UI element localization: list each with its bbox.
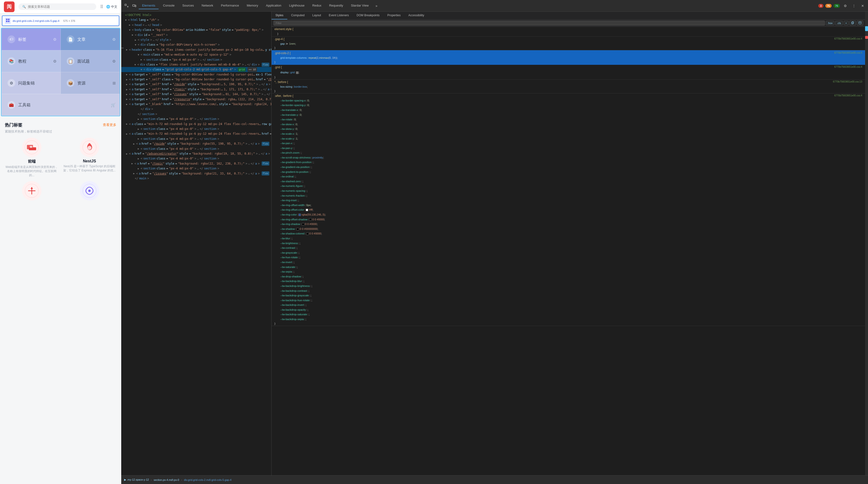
tab-styles[interactable]: Styles: [272, 12, 287, 20]
color-swatch-black2[interactable]: [302, 223, 304, 226]
settings-icon[interactable]: ⚙: [842, 2, 848, 9]
nav-item-article[interactable]: 📄 文章 ⚙: [61, 28, 120, 50]
css-grid-source[interactable]: 6770b75603651e00.css:4: [834, 65, 862, 69]
html-line-a-blog-min[interactable]: ▶ <a class="min-h-72 md:rounded-lg px-6 …: [121, 131, 271, 136]
color-swatch-black4[interactable]: [306, 232, 309, 235]
nav-item-resources[interactable]: 📦 资源 ⊞: [61, 72, 120, 94]
tab-network[interactable]: Network: [198, 2, 217, 9]
lang-button[interactable]: 🌐 中文: [106, 5, 117, 9]
html-line-a-creator[interactable]: ▶ <a href="/advanced/creator" style="bac…: [121, 151, 271, 156]
tab-requestly[interactable]: Requestly: [326, 2, 346, 9]
search-input[interactable]: [28, 5, 92, 8]
tab-dom-breakpoints[interactable]: DOM Breakpoints: [353, 12, 383, 20]
html-line-grid-selected[interactable]: ▼ <div class="grid grid-cols-2 md:grid-c…: [121, 67, 271, 72]
element-dimensions: 575 × 376: [63, 20, 75, 22]
tab-computed[interactable]: Computed: [287, 12, 308, 20]
html-line-close-main[interactable]: </main>: [121, 176, 271, 181]
nav-item-tutorials[interactable]: 📚 教程 ⚙: [1, 50, 61, 72]
html-line-style[interactable]: ▶ <style> … </style>: [121, 37, 271, 42]
html-line-next[interactable]: ▶ <div id="__next" >: [121, 32, 271, 37]
view-more-link[interactable]: 查看更多: [103, 123, 116, 127]
grid-icon[interactable]: ⠿: [100, 4, 103, 9]
tab-console[interactable]: Console: [159, 2, 178, 9]
css-before-source[interactable]: 6770b75603651e00.css:13: [833, 80, 862, 84]
html-line-a-issues-min[interactable]: ▶ <a href="/issues" style="background: r…: [121, 171, 271, 176]
inspect-styles-btn[interactable]: [857, 21, 863, 26]
cls-filter-btn[interactable]: .cls: [835, 21, 843, 25]
html-line-a-topic[interactable]: ▶ <a target="_self" href="/topic" style=…: [121, 87, 271, 92]
html-line-section1[interactable]: ▶ <section class="px-4 md:px-0" > … </se…: [121, 57, 271, 62]
tab-slardar[interactable]: Slardar View: [347, 2, 372, 9]
tab-application[interactable]: Application: [262, 2, 285, 9]
expand-dots[interactable]: …: [121, 44, 124, 50]
html-line-header[interactable]: ▶ <header class="h-16 flex items-center …: [121, 47, 271, 52]
html-line-a-resource[interactable]: ▶ <a target="_self" href="/resource" sty…: [121, 97, 271, 102]
css-gridcols2-source[interactable]: 6770b75603651e00.css:4: [834, 52, 862, 55]
html-line-section-guide[interactable]: ▶ <section class="px-4 md:px-0" > … </se…: [121, 136, 271, 141]
nav-item-tags[interactable]: 🏷 标签 ⚙: [1, 28, 61, 50]
color-swatch-black3[interactable]: [297, 228, 299, 230]
tab-properties[interactable]: Properties: [383, 12, 405, 20]
tab-event-listeners[interactable]: Event Listeners: [325, 12, 353, 20]
breadcrumb-my12[interactable]: ▶ .my-12.space-y-12: [124, 478, 149, 481]
tab-sources[interactable]: Sources: [179, 2, 197, 9]
tab-lighthouse[interactable]: Lighthouse: [286, 2, 308, 9]
html-line-a-guide-min[interactable]: ▶ <a href="/guide" style="background: rg…: [121, 141, 271, 146]
html-line-body[interactable]: ▼ <body class="bg-color-BGView" aria-hid…: [121, 27, 271, 32]
copy-styles-btn[interactable]: [849, 21, 856, 26]
tab-elements[interactable]: Elements: [139, 2, 159, 9]
tab-accessibility[interactable]: Accessibility: [404, 12, 428, 20]
css-after-before-source[interactable]: 6770b75603651e00.css:4: [834, 94, 862, 97]
html-line-a-levenx[interactable]: ▶ <a target="_blank" href="https://www.l…: [121, 102, 271, 107]
color-swatch-black1[interactable]: [309, 218, 312, 221]
tab-performance[interactable]: Performance: [217, 2, 242, 9]
html-line-section-blog[interactable]: ▶ <section class="px-4 md:px-0" > … </se…: [121, 126, 271, 131]
html-line-a-tags[interactable]: ▶ <a target="_self" class="bg-color-BGVi…: [121, 72, 271, 77]
html-line-a-issues[interactable]: ▶ <a target="_self" href="/issues" style…: [121, 92, 271, 96]
tag-card-redux[interactable]: [63, 181, 116, 202]
html-line-section-adv[interactable]: ▶ <section class="px-4 md:px-0" > … </se…: [121, 146, 271, 151]
tab-layout[interactable]: Layout: [308, 12, 325, 20]
right-scrollbar[interactable]: [865, 12, 868, 475]
close-devtools-icon[interactable]: ✕: [859, 2, 866, 9]
breadcrumb-grid[interactable]: div.grid.grid-cols-2.md\:grid-cols-5.gap…: [184, 478, 231, 481]
html-line-section-topic[interactable]: ▶ <section class="px-4 md:px-0" > … </se…: [121, 156, 271, 161]
more-tabs-icon[interactable]: »: [373, 2, 380, 9]
html-line-main[interactable]: ▼ <main class="md:w-medium m-auto my-12 …: [121, 52, 271, 57]
search-bar-container[interactable]: 🔍: [19, 3, 96, 10]
add-style-btn[interactable]: +: [844, 21, 848, 25]
device-toggle-icon[interactable]: [131, 2, 138, 9]
color-swatch-ring[interactable]: [299, 213, 301, 216]
html-line-section-issues[interactable]: ▶ <section class="px-4 md:px-0" > … </se…: [121, 166, 271, 171]
nav-item-toolbox[interactable]: 🧰 工具箱 🛒: [1, 94, 120, 116]
color-swatch-white[interactable]: [306, 209, 308, 211]
html-line-close-div[interactable]: </div>: [121, 107, 271, 111]
hover-filter-btn[interactable]: :hov: [826, 21, 834, 25]
html-line-doctype[interactable]: <!DOCTYPE html>: [121, 12, 271, 18]
tag-card-git[interactable]: [5, 181, 59, 202]
css-after-before-selector: :after, :before {: [275, 94, 293, 97]
filter-input[interactable]: [274, 21, 825, 26]
html-line-section-px[interactable]: ▶ <section class="px-4 md:px-0" > … </se…: [121, 116, 271, 121]
nav-item-problems[interactable]: ⚙ 问题集锦: [1, 72, 61, 94]
tab-memory[interactable]: Memory: [243, 2, 261, 9]
tag-card-nestjs[interactable]: NestJS NestJS 是一种基于 TypeScript 的后端框架，它结合…: [63, 138, 116, 177]
html-line-head[interactable]: ▶ <head> … </head>: [121, 23, 271, 27]
nav-item-interview[interactable]: 📋 面试题 ⚙: [61, 50, 120, 72]
html-line-a-guide[interactable]: ▶ <a target="_self" href="/guide" style=…: [121, 82, 271, 87]
tab-redux[interactable]: Redux: [309, 2, 325, 9]
inspect-icon[interactable]: [123, 2, 130, 9]
html-line-a-topic-min[interactable]: ▶ <a href="/topic" style="background: rg…: [121, 161, 271, 166]
html-line-html[interactable]: ▼ <html lang="zh" >: [121, 18, 271, 22]
html-line-a-tags-min[interactable]: ▶ <a class="min-h-72 md:rounded-lg px-6 …: [121, 122, 271, 126]
vertical-dots-icon[interactable]: ⋮: [850, 2, 857, 9]
redux-svg: [82, 183, 97, 198]
html-line-flex-div[interactable]: ▼ <div class="flex items-start justify-b…: [121, 62, 271, 67]
breadcrumb-section[interactable]: section.px-4.md\:px-0: [154, 478, 179, 481]
html-line-bgprimary[interactable]: ▼ <div class="bg-color-BGPrimary min-h-s…: [121, 42, 271, 47]
tag-card-frontend[interactable]: 前端 Web前端开发是从网页制作演变而来的，名称上有很明显的时代特征。在互联网的…: [5, 138, 59, 177]
css-gap4-source[interactable]: 6770b75603651e00.css:4: [834, 37, 862, 41]
nav-grid-highlighted: 🏷 标签 ⚙ 📄 文章 ⚙ 📚 教程 ⚙ 📋: [1, 28, 120, 116]
html-line-a-blog[interactable]: ▶ <a target="_self" class="bg-color-BGVi…: [121, 77, 271, 82]
html-line-close-section[interactable]: </section>: [121, 112, 271, 116]
